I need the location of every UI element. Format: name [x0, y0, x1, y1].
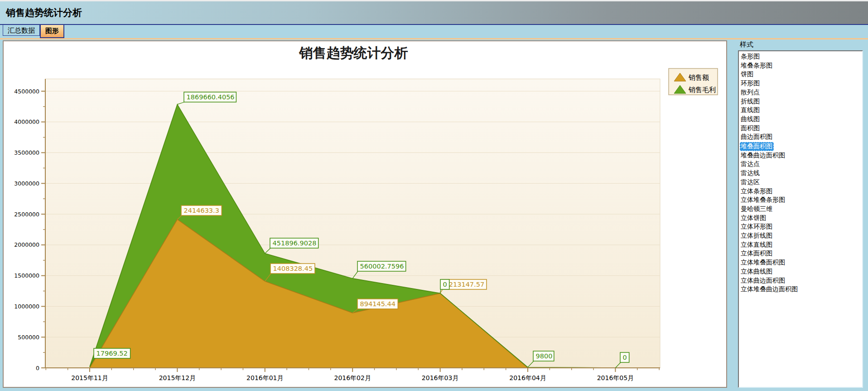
style-option[interactable]: 环形图 [740, 79, 862, 88]
svg-text:17969.52: 17969.52 [96, 350, 128, 357]
style-option[interactable]: 直线图 [740, 106, 862, 115]
style-option[interactable]: 立体直线图 [740, 240, 862, 249]
x-tick-label: 2015年11月 [71, 374, 108, 381]
main-content: 0500000100000015000002000000250000030000… [0, 39, 868, 391]
y-tick-label: 4500000 [14, 88, 39, 95]
y-tick-label: 0 [36, 365, 39, 371]
chart-panel: 0500000100000015000002000000250000030000… [3, 40, 727, 388]
style-option[interactable]: 立体折线图 [740, 231, 862, 240]
style-option[interactable]: 散列点 [740, 88, 862, 97]
y-tick-label: 1000000 [14, 303, 39, 310]
sales-trend-area-chart: 0500000100000015000002000000250000030000… [4, 41, 726, 387]
style-option[interactable]: 立体饼图 [740, 214, 862, 223]
y-tick-label: 3000000 [14, 180, 39, 187]
y-tick-label: 1500000 [14, 272, 39, 279]
legend: 销售额销售毛利 [669, 68, 718, 95]
chart-style-listbox[interactable]: 条形图堆叠条形图饼图环形图散列点折线图直线图曲线图面积图曲边面积图堆叠面积图堆叠… [738, 50, 863, 388]
style-option[interactable]: 立体曲线图 [740, 267, 862, 276]
style-option[interactable]: 立体条形图 [740, 187, 862, 196]
x-tick-label: 2016年02月 [334, 374, 371, 381]
style-option[interactable]: 曲边面积图 [740, 132, 862, 142]
style-option[interactable]: 条形图 [740, 52, 862, 61]
y-tick-label: 2000000 [14, 241, 39, 248]
svg-text:1213147.57: 1213147.57 [445, 281, 485, 288]
y-tick-label: 3500000 [14, 149, 39, 156]
x-tick-label: 2016年03月 [422, 374, 458, 381]
svg-text:1869660.4056: 1869660.4056 [187, 93, 235, 101]
style-option[interactable]: 立体堆叠面积图 [740, 258, 862, 267]
style-option[interactable]: 雷达线 [740, 169, 862, 178]
style-panel: 样式 条形图堆叠条形图饼图环形图散列点折线图直线图曲线图面积图曲边面积图堆叠面积… [738, 40, 863, 388]
y-tick-label: 4000000 [14, 118, 39, 125]
style-option[interactable]: 堆叠面积图 [740, 142, 774, 151]
style-option[interactable]: 曲线图 [740, 115, 862, 124]
style-option[interactable]: 立体曲边面积图 [740, 276, 862, 285]
x-tick-label: 2016年01月 [246, 374, 283, 381]
svg-text:0: 0 [623, 354, 627, 361]
y-tick-label: 2500000 [14, 211, 39, 218]
svg-text:1408328.45: 1408328.45 [273, 265, 313, 272]
window-title-bar: 销售趋势统计分析 [0, 0, 868, 24]
style-panel-label: 样式 [740, 40, 863, 49]
style-option[interactable]: 饼图 [740, 70, 862, 79]
style-option[interactable]: 雷达点 [740, 160, 862, 169]
style-option[interactable]: 曼哈顿三维 [740, 205, 862, 214]
svg-text:9800: 9800 [536, 352, 553, 360]
svg-text:894145.44: 894145.44 [360, 300, 395, 308]
style-option[interactable]: 立体堆叠条形图 [740, 196, 862, 205]
tab-summary-data[interactable]: 汇总数据 [3, 25, 40, 36]
x-tick-label: 2016年04月 [509, 374, 546, 381]
window-title: 销售趋势统计分析 [6, 6, 82, 19]
y-tick-label: 500000 [18, 334, 39, 341]
style-option[interactable]: 折线图 [740, 97, 862, 106]
svg-text:0: 0 [443, 281, 447, 288]
svg-text:560002.7596: 560002.7596 [360, 263, 404, 270]
tab-strip: 汇总数据 图形 [0, 24, 868, 38]
style-option[interactable]: 立体堆叠曲边面积图 [740, 285, 862, 294]
style-option[interactable]: 面积图 [740, 124, 862, 133]
x-tick-label: 2016年05月 [597, 374, 634, 381]
style-option[interactable]: 立体面积图 [740, 249, 862, 258]
style-option[interactable]: 堆叠条形图 [740, 61, 862, 70]
legend-label: 销售毛利 [688, 86, 716, 94]
style-option[interactable]: 立体环形图 [740, 222, 862, 231]
svg-text:451896.9028: 451896.9028 [273, 239, 317, 247]
style-option[interactable]: 堆叠曲边面积图 [740, 151, 862, 160]
style-option[interactable]: 雷达区 [740, 178, 862, 187]
svg-text:2414633.3: 2414633.3 [184, 207, 219, 214]
tab-graph[interactable]: 图形 [40, 25, 64, 38]
x-tick-label: 2015年12月 [159, 374, 196, 381]
legend-label: 销售额 [688, 73, 709, 82]
